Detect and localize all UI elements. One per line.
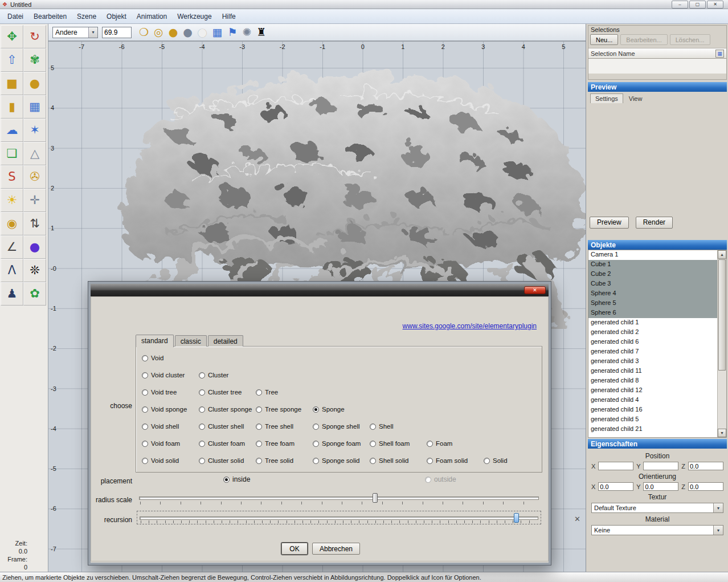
menu-hilfe[interactable]: Hilfe [217,11,241,22]
objects-scrollbar[interactable]: ▲ ▼ [717,250,726,437]
radio-option[interactable]: Tree solid [256,457,313,464]
book-flag-icon[interactable]: ⚑ [227,27,237,38]
tab-view[interactable]: View [624,94,647,103]
ok-button[interactable]: OK [281,543,308,555]
curve-tool[interactable]: S [1,165,23,189]
polyhedron-tool[interactable]: ✶ [23,119,46,142]
material-dropdown[interactable]: Keine ▼ [591,525,723,535]
object-row[interactable]: Cube 3 [588,279,717,289]
skeleton-tool[interactable]: ⇅ [23,212,46,235]
placement-outside-radio[interactable]: outside [425,475,456,483]
radio-option[interactable]: Cluster sponge [199,406,256,413]
object-row[interactable]: generated child 5 [588,415,717,425]
radio-option[interactable]: Sponge foam [313,440,370,447]
object-row[interactable]: Sphere 4 [588,289,717,299]
radio-option[interactable]: Void solid [142,457,199,464]
radio-option[interactable]: Cluster tree [199,389,256,396]
compass-tool[interactable]: Λ [1,259,23,282]
radius-scale-thumb[interactable] [373,493,378,503]
object-row[interactable]: generated child 12 [588,386,717,396]
object-row[interactable]: generated child 8 [588,376,717,386]
selection-name-header[interactable]: Selection Name ▦ [588,48,726,59]
object-row[interactable]: generated child 1 [588,318,717,328]
radio-option[interactable]: Shell [370,423,427,430]
object-row[interactable]: generated child 7 [588,347,717,357]
radio-option[interactable]: Cluster [199,372,256,378]
slider-track[interactable] [139,496,539,500]
menu-werkzeuge[interactable]: Werkzeuge [172,11,216,22]
new-selection-button[interactable]: Neu... [590,34,618,45]
placement-inside-radio[interactable]: inside [223,475,250,483]
edit-selection-button[interactable]: Bearbeiten... [620,34,667,45]
object-row[interactable]: generated child 16 [588,405,717,415]
radio-option[interactable]: Cluster foam [199,440,256,447]
menu-objekt[interactable]: Objekt [101,11,132,22]
fractal-tool[interactable]: ❊ [23,259,46,282]
eye-tool[interactable]: ◉ [1,212,23,235]
titlebar[interactable]: ❖ Untitled –▢✕ [0,0,728,9]
orientation-z-input[interactable] [688,482,723,491]
selection-columns-icon[interactable]: ▦ [715,50,724,58]
tab-settings[interactable]: Settings [590,93,623,103]
menu-bearbeiten[interactable]: Bearbeiten [28,11,72,22]
plugin-website-link[interactable]: www.sites.google.com/site/elementaryplug… [403,322,537,330]
preview-button[interactable]: Preview [590,217,629,229]
metaballs-tool[interactable]: ☁ [1,119,23,142]
dialog-tab[interactable]: standard [136,335,174,347]
scroll-down-icon[interactable]: ▼ [718,429,726,437]
radius-scale-slider[interactable] [137,491,541,505]
object-row[interactable]: generated child 4 [588,396,717,405]
position-z-input[interactable] [688,462,723,470]
object-row[interactable]: generated child 11 [588,367,717,376]
plant-tool[interactable]: ✿ [23,282,46,306]
scroll-thumb[interactable] [718,259,726,371]
radio-option[interactable]: Void foam [142,440,199,447]
cube-tool[interactable]: ■ [1,72,23,95]
radio-option[interactable]: Shell foam [370,440,427,447]
dialog-close-button[interactable]: ✕ [524,286,546,294]
radio-option[interactable]: Shell solid [370,457,427,464]
cancel-button[interactable]: Abbrechen [312,543,360,555]
object-row[interactable]: generated child 21 [588,425,717,434]
radio-option[interactable]: Void sponge [142,406,199,413]
camera-move-tool[interactable]: ✛ [23,189,46,212]
radio-option[interactable]: Solid [484,457,541,464]
dialog-tab[interactable]: classic [175,335,207,347]
maximize-button[interactable]: ▢ [689,1,706,9]
menu-animation[interactable]: Animation [132,11,172,22]
radio-option[interactable]: Sponge solid [313,457,370,464]
gold-sphere-icon[interactable]: ● [169,27,178,38]
radio-option[interactable]: Foam [427,440,484,447]
radio-option[interactable]: Void [142,355,199,361]
object-row[interactable]: Cube 2 [588,270,717,279]
cylinder-tool[interactable]: ▮ [1,95,23,119]
radio-option[interactable]: Tree foam [256,440,313,447]
object-row[interactable]: Sphere 6 [588,308,717,318]
menu-datei[interactable]: Datei [2,11,28,22]
radio-option[interactable]: Void tree [142,389,199,396]
wire-globe-icon[interactable]: ❍ [139,27,149,38]
object-row[interactable]: Sphere 5 [588,299,717,308]
rotate-tool[interactable]: ↻ [23,25,46,48]
object-row[interactable]: generated child 2 [588,328,717,337]
delete-selection-button[interactable]: Löschen... [670,34,710,45]
radio-option[interactable]: Void shell [142,423,199,430]
close-button[interactable]: ✕ [707,1,723,9]
orientation-x-input[interactable] [598,482,633,491]
menu-szene[interactable]: Szene [72,11,101,22]
orb-tool[interactable]: ● [23,235,46,259]
value-input[interactable] [102,27,132,38]
texture-dropdown[interactable]: Default Texture ▼ [591,503,723,513]
protractor-tool[interactable]: ∠ [1,235,23,259]
radio-option[interactable]: Sponge shell [313,423,370,430]
knot-tool[interactable]: ✾ [23,48,46,72]
object-row[interactable]: Cube 1 [588,260,717,270]
slider-track[interactable] [140,516,538,520]
torus-icon[interactable]: ◎ [154,27,163,38]
position-x-input[interactable] [598,462,633,470]
recursion-thumb[interactable] [514,513,519,523]
scroll-up-icon[interactable]: ▲ [718,250,726,259]
radio-option[interactable]: Cluster solid [199,457,256,464]
light-tool[interactable]: ☀ [1,189,23,212]
mode-select[interactable]: Andere ▼ [52,27,98,38]
